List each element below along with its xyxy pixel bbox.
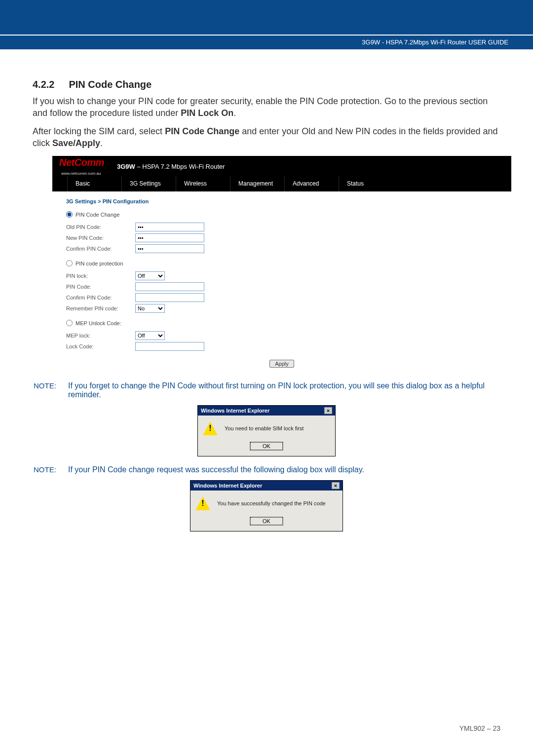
radio-mep-unlock-input[interactable] — [66, 320, 73, 326]
input-lock-code[interactable] — [135, 342, 204, 351]
radio-pin-code-protection-label: PIN code protection — [76, 261, 123, 266]
router-title-rest: – HSPA 7.2 Mbps Wi-Fi Router — [135, 163, 225, 170]
p2-a: After locking the SIM card, select — [33, 126, 165, 136]
label-remember-pin: Remember PIN code: — [66, 305, 135, 311]
label-old-pin: Old PIN Code: — [66, 224, 135, 230]
warning-icon: ! — [203, 421, 218, 435]
label-new-pin: New PIN Code: — [66, 235, 135, 241]
section-number: 4.2.2 — [33, 79, 54, 90]
note-text-1: If you forget to change the PIN Code wit… — [68, 381, 500, 399]
router-body: 3G Settings > PIN Configuration PIN Code… — [52, 191, 511, 377]
paragraph-2: After locking the SIM card, select PIN C… — [33, 125, 500, 150]
nav-3g-settings[interactable]: 3G Settings — [121, 177, 176, 191]
dialog1-titlebar: Windows Internet Explorer × — [198, 406, 335, 416]
dialog2-message: You have successfully changed the PIN co… — [217, 500, 326, 506]
nav-status[interactable]: Status — [339, 177, 393, 191]
dialog2-ok-button[interactable]: OK — [250, 517, 283, 525]
p1-b: PIN Lock On — [181, 108, 233, 118]
radio-mep-unlock-label: MEP Unlock Code: — [76, 320, 121, 326]
input-old-pin[interactable] — [135, 223, 204, 231]
label-pin-code: PIN Code: — [66, 284, 135, 290]
brand-logo: NetComm — [59, 157, 104, 168]
note-text-2: If your PIN Code change request was succ… — [68, 465, 500, 474]
p1-a: If you wish to change your PIN code for … — [33, 96, 488, 118]
dialog1-title: Windows Internet Explorer — [201, 408, 269, 414]
label-confirm-pin2: Confirm PIN Code: — [66, 295, 135, 301]
guide-bar: 3G9W - HSPA 7.2Mbps Wi-Fi Router USER GU… — [0, 36, 533, 49]
section-heading: 4.2.2 PIN Code Change — [33, 79, 500, 90]
router-title: 3G9W – HSPA 7.2 Mbps Wi-Fi Router — [117, 163, 225, 170]
paragraph-1: If you wish to change your PIN code for … — [33, 95, 500, 119]
label-mep-lock: MEP lock: — [66, 333, 135, 339]
dialog1-ok-button[interactable]: OK — [250, 442, 283, 450]
select-pin-lock[interactable]: Off — [135, 271, 165, 280]
note-label-1: NOTE: — [33, 381, 68, 399]
dialog1-close-icon[interactable]: × — [324, 407, 332, 414]
router-title-bold: 3G9W — [117, 163, 135, 170]
label-lock-code: Lock Code: — [66, 343, 135, 349]
radio-pin-code-change-label: PIN Code Change — [76, 212, 119, 218]
select-remember-pin[interactable]: No — [135, 304, 165, 313]
dialog2-close-icon[interactable]: × — [332, 482, 340, 489]
top-blue-bar — [0, 0, 533, 35]
input-pin-code[interactable] — [135, 282, 204, 291]
breadcrumb: 3G Settings > PIN Configuration — [66, 198, 497, 204]
p2-d: Save/Apply — [52, 138, 100, 148]
note-label-2: NOTE: — [33, 465, 68, 474]
dialog-success: Windows Internet Explorer × ! You have s… — [190, 480, 343, 531]
p2-b: PIN Code Change — [165, 126, 239, 136]
dialog2-title: Windows Internet Explorer — [193, 483, 262, 489]
dialog-sim-lock: Windows Internet Explorer × ! You need t… — [197, 405, 336, 456]
radio-pin-code-protection-input[interactable] — [66, 260, 73, 266]
dialog2-titlebar: Windows Internet Explorer × — [190, 481, 343, 491]
radio-mep-unlock[interactable]: MEP Unlock Code: — [66, 320, 497, 326]
radio-pin-code-change[interactable]: PIN Code Change — [66, 211, 497, 218]
apply-button[interactable]: Apply — [269, 360, 294, 368]
dialog1-message: You need to enable SIM lock first — [225, 425, 304, 431]
nav-management[interactable]: Management — [230, 177, 284, 191]
brand-url: www.netcomm.com.au — [61, 171, 104, 176]
guide-text: 3G9W - HSPA 7.2Mbps Wi-Fi Router USER GU… — [362, 38, 508, 46]
label-pin-lock: PIN lock: — [66, 273, 135, 279]
nav-advanced[interactable]: Advanced — [284, 177, 339, 191]
router-screenshot: NetComm www.netcomm.com.au 3G9W – HSPA 7… — [52, 156, 511, 377]
warning-icon: ! — [195, 496, 210, 510]
router-navbar: Basic 3G Settings Wireless Management Ad… — [52, 177, 511, 191]
nav-wireless[interactable]: Wireless — [176, 177, 230, 191]
input-confirm-pin[interactable] — [135, 244, 204, 253]
radio-pin-code-protection[interactable]: PIN code protection — [66, 260, 497, 266]
page-footer: YML902 – 23 — [459, 724, 500, 732]
select-mep-lock[interactable]: Off — [135, 331, 165, 340]
p2-e: . — [100, 138, 103, 148]
radio-pin-code-change-input[interactable] — [66, 211, 73, 218]
section-title: PIN Code Change — [69, 79, 152, 90]
input-confirm-pin2[interactable] — [135, 293, 204, 302]
input-new-pin[interactable] — [135, 233, 204, 242]
label-confirm-pin: Confirm PIN Code: — [66, 246, 135, 252]
router-header: NetComm www.netcomm.com.au 3G9W – HSPA 7… — [52, 156, 511, 177]
nav-basic[interactable]: Basic — [67, 177, 121, 191]
p1-c: . — [233, 108, 236, 118]
